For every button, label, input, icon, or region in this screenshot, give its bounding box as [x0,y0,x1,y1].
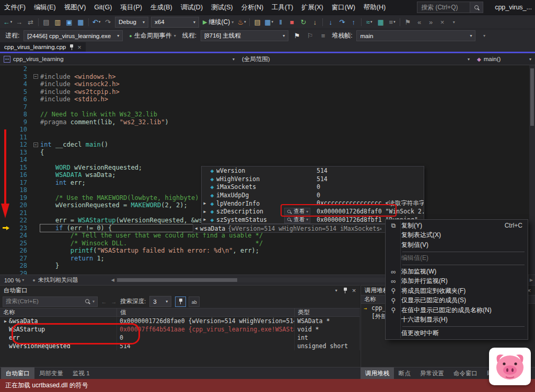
step-over-icon[interactable] [336,17,347,28]
scroll-left-icon[interactable] [111,278,114,282]
restart-icon[interactable] [298,17,309,28]
fold-toggle[interactable] [31,73,40,81]
breakpoint-margin[interactable] [0,80,14,88]
breakpoint-margin[interactable] [0,224,14,232]
context-menu-item[interactable] [402,326,525,327]
breakpoint-margin[interactable] [0,73,14,81]
navbar-scope-dropdown[interactable]: (全局范围) [238,53,473,65]
fold-toggle[interactable] [31,80,40,88]
task-list-icon[interactable] [387,17,398,28]
unflag-thread-icon[interactable] [305,30,316,41]
datatip-member-row[interactable]: iMaxUdpDg 查看 0 [202,191,424,199]
navigate-forward-icon[interactable] [14,17,25,28]
fold-toggle[interactable] [31,232,40,240]
break-all-icon[interactable] [275,17,286,28]
menu-item[interactable]: 视图(V) [60,0,90,15]
previous-bookmark-icon[interactable] [414,17,425,28]
show-threads-icon[interactable] [318,30,329,41]
fold-toggle[interactable] [31,247,40,255]
fold-toggle[interactable] [31,255,40,263]
toolbar-overflow-icon[interactable] [479,30,490,41]
context-menu-item[interactable]: 十六进制显示(H) [386,315,528,325]
scrollbar-thumb[interactable] [117,278,237,282]
fold-toggle[interactable] [31,270,40,275]
menu-item[interactable]: 项目(P) [116,0,146,15]
context-menu-item[interactable]: 将成员固定到收藏夹(F) [386,286,528,296]
view-button[interactable]: 查看 [284,216,310,223]
datatip-member-row[interactable]: iMaxSockets 查看 0 [202,183,424,191]
editor-vertical-scrollbar[interactable] [529,65,535,275]
fold-toggle[interactable] [31,209,40,217]
zoom-control[interactable]: 100 % [0,277,28,283]
context-menu-item[interactable]: 复制表达式(X) [386,231,528,241]
step-out-icon[interactable] [348,17,359,28]
context-menu-item[interactable] [402,252,525,252]
navbar-project-dropdown[interactable]: cpp_virus_learning [0,53,238,65]
fold-toggle[interactable] [31,240,40,247]
panel-tab[interactable]: 断点 [394,367,415,379]
breakpoint-margin[interactable] [0,232,14,240]
flag-thread-icon[interactable] [292,30,303,41]
datatip-root-row[interactable]: wsaData {wVersion=514 wHighVersion=514 i… [193,224,398,233]
hot-reload-icon[interactable] [236,17,247,28]
context-menu-item[interactable]: 复制(Y) Ctrl+C [386,221,528,231]
redo-icon[interactable] [102,17,113,28]
breakpoint-margin[interactable] [0,103,14,111]
breakpoint-margin[interactable] [0,255,14,263]
fold-toggle[interactable] [31,96,40,103]
navigate-to-icon[interactable] [25,17,36,28]
continue-button[interactable]: 继续(C) [201,17,236,28]
autos-window-header[interactable]: 自动窗口 [0,286,360,295]
fold-toggle[interactable] [31,171,40,179]
fold-toggle[interactable] [31,224,40,232]
undo-icon[interactable] [91,17,102,28]
column-header-type[interactable]: 类型 [295,308,360,316]
context-menu-item[interactable]: 复制值(V) [386,240,528,250]
breakpoint-margin[interactable] [0,270,14,275]
navigate-backward-icon[interactable] [2,17,13,28]
menu-item[interactable]: 分析(N) [237,0,268,15]
column-header-value[interactable]: 值 [117,308,295,316]
panel-tab[interactable]: 调用堆栈 [360,367,394,379]
search-depth-combo[interactable]: 3 [149,296,171,307]
next-bookmark-icon[interactable] [425,17,436,28]
fold-toggle[interactable] [31,103,40,111]
context-menu-item[interactable]: 值更改时中断 [386,328,528,338]
panel-tab[interactable]: 监视 1 [68,367,95,379]
breakpoint-margin[interactable] [0,65,14,73]
breakpoint-margin[interactable] [0,96,14,103]
fold-toggle[interactable] [31,164,40,172]
menu-item[interactable]: Git(G) [90,0,116,15]
debug-windows-icon[interactable] [263,17,274,28]
find-icon[interactable] [364,17,375,28]
fold-toggle[interactable] [31,141,40,149]
memory-window-icon[interactable] [375,17,386,28]
menu-item[interactable]: 调试(D) [177,0,207,15]
quick-search-box[interactable]: 搜索 (Ctrl+Q) [417,2,470,13]
breakpoint-margin[interactable] [0,88,14,96]
fold-toggle[interactable] [31,88,40,96]
fold-toggle[interactable] [31,111,40,118]
fold-toggle[interactable] [31,179,40,187]
context-menu-item[interactable]: 添加并行监视(R) [386,277,528,287]
collapse-icon[interactable] [195,226,197,231]
context-menu-item[interactable]: 添加监视(W) [386,267,528,277]
breakpoint-margin[interactable] [0,262,14,270]
fold-toggle[interactable] [31,134,40,141]
breakpoint-margin[interactable] [0,118,14,126]
toolbar-overflow-icon[interactable] [448,17,459,28]
breakpoint-margin[interactable] [0,247,14,255]
breakpoint-margin[interactable] [0,111,14,118]
menu-item[interactable]: 窗口(W) [328,0,359,15]
fold-toggle[interactable] [31,186,40,194]
fold-toggle[interactable] [31,118,40,126]
solution-platform-combo[interactable]: x64 [151,17,199,28]
clear-bookmarks-icon[interactable] [437,17,448,28]
show-next-statement-icon[interactable] [309,17,320,28]
autos-search-input[interactable]: 搜索(Ctrl+E) [3,296,98,307]
search-previous-icon[interactable] [100,299,108,305]
auto-hide-pin-icon[interactable] [341,287,350,294]
expand-chevron-icon[interactable] [202,217,208,222]
menu-item[interactable]: 工具(T) [268,0,297,15]
fold-toggle[interactable] [31,194,40,202]
